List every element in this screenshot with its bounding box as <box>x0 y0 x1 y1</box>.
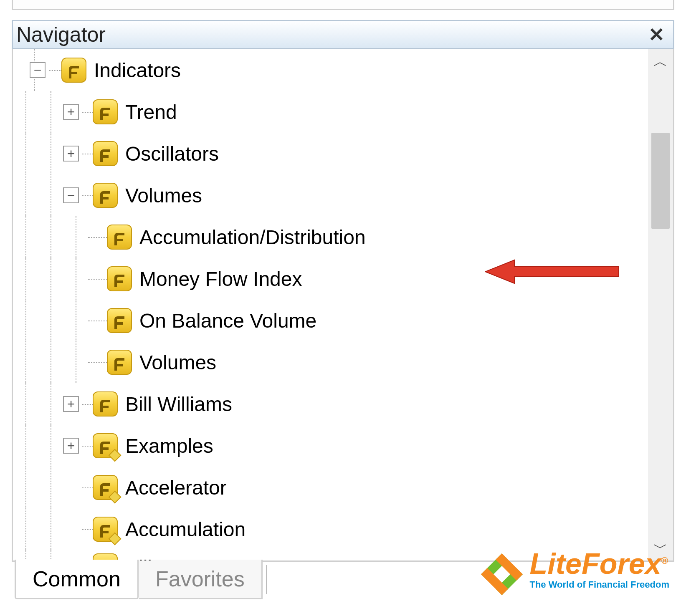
panel-tabs: Common Favorites <box>15 560 267 599</box>
tree-label: On Balance Volume <box>139 309 316 332</box>
tree-item-accum-dist[interactable]: Accumulation/Distribution <box>13 216 648 258</box>
tree-item-volumes-leaf[interactable]: Volumes <box>13 341 648 383</box>
tree-item-accumulation[interactable]: Accumulation <box>13 508 648 550</box>
tree-label: Money Flow Index <box>139 268 302 290</box>
indicator-icon <box>107 225 132 250</box>
folder-icon <box>93 141 118 166</box>
indicator-tree[interactable]: − Indicators + Trend <box>13 49 648 560</box>
vertical-scrollbar[interactable]: ︿ ﹀ <box>648 49 673 560</box>
tree-item-oscillators[interactable]: + Oscillators <box>13 133 648 174</box>
tree-label: Volumes <box>125 184 202 207</box>
tree-item-indicators[interactable]: − Indicators <box>13 49 648 91</box>
tree-item-obv[interactable]: On Balance Volume <box>13 300 648 341</box>
tree-label: Oscillators <box>125 142 219 165</box>
tree-label: Accumulation/Distribution <box>139 226 366 249</box>
tree-label: Volumes <box>139 351 216 374</box>
collapse-icon[interactable]: − <box>30 62 46 78</box>
scroll-track[interactable] <box>648 74 673 535</box>
indicator-icon <box>93 517 118 542</box>
indicator-icon <box>107 266 132 291</box>
tree-item-mfi[interactable]: Money Flow Index <box>13 258 648 300</box>
expand-icon[interactable]: + <box>63 438 79 454</box>
scroll-up-icon[interactable]: ︿ <box>648 49 673 74</box>
tree-label: Bill Williams <box>125 393 232 416</box>
tree-label: Indicators <box>94 59 181 82</box>
tree-label: Examples <box>125 434 213 457</box>
folder-icon <box>93 391 118 417</box>
close-icon[interactable]: ✕ <box>646 23 667 46</box>
logo-tagline: The World of Financial Freedom <box>529 580 669 589</box>
tab-label: Common <box>33 566 121 591</box>
liteforex-logo: LiteForex® The World of Financial Freedo… <box>477 549 669 599</box>
navigator-panel: Navigator ✕ − Indicators + <box>12 20 674 562</box>
logo-mark-icon <box>477 549 527 599</box>
tree-item-volumes[interactable]: − Volumes <box>13 174 648 216</box>
collapse-icon[interactable]: − <box>63 187 79 203</box>
tab-favorites[interactable]: Favorites <box>139 560 263 599</box>
tree-item-accelerator[interactable]: Accelerator <box>13 467 648 508</box>
tab-separator <box>266 565 267 594</box>
expand-icon[interactable]: + <box>63 396 79 412</box>
scroll-thumb[interactable] <box>651 133 670 229</box>
indicator-icon <box>107 308 132 333</box>
tree-label: Accumulation <box>125 518 246 541</box>
folder-icon <box>61 58 86 83</box>
tab-common[interactable]: Common <box>15 560 139 599</box>
folder-icon <box>93 99 118 124</box>
folder-icon <box>93 433 118 458</box>
top-divider-bar <box>12 0 674 10</box>
tab-label: Favorites <box>155 566 245 591</box>
tree-item-examples[interactable]: + Examples <box>13 425 648 467</box>
expand-icon[interactable]: + <box>63 104 79 120</box>
indicator-icon <box>107 350 132 375</box>
expand-icon[interactable]: + <box>63 146 79 162</box>
logo-brand: LiteForex® <box>529 549 669 578</box>
tree-label: Accelerator <box>125 476 227 499</box>
tree-item-trend[interactable]: + Trend <box>13 91 648 133</box>
panel-titlebar[interactable]: Navigator ✕ <box>12 20 674 49</box>
folder-icon <box>93 183 118 208</box>
panel-title: Navigator <box>16 23 106 47</box>
tree-label: Trend <box>125 101 177 124</box>
indicator-icon <box>93 475 118 500</box>
tree-item-bill-williams[interactable]: + Bill Williams <box>13 383 648 425</box>
